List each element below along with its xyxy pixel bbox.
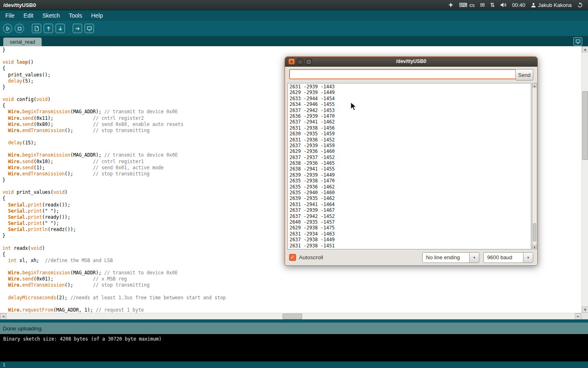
- serial-controls: Autoscroll No line ending ▾ 9600 baud ▾: [289, 252, 533, 263]
- serial-vscroll-thumb[interactable]: [533, 223, 536, 241]
- code-line: delayMicroseconds(2); //needs at least 1…: [2, 295, 226, 301]
- send-button[interactable]: Send: [515, 69, 533, 81]
- code-line: void config(void): [2, 96, 226, 103]
- save-button[interactable]: [56, 24, 65, 33]
- upload-button[interactable]: [73, 24, 82, 33]
- serial-output-line: 2631 -2939 -1443: [290, 84, 529, 90]
- serial-output-line: 2629 -2936 -1460: [290, 148, 529, 154]
- baud-rate-dropdown[interactable]: 9600 baud ▾: [483, 252, 533, 263]
- serial-output-line: 2637 -2939 -1459: [290, 143, 529, 148]
- user-menu[interactable]: Jakub Kakona: [531, 2, 572, 8]
- mail-icon[interactable]: ✉: [480, 2, 485, 8]
- scroll-left-icon[interactable]: ◄: [0, 313, 7, 320]
- scroll-right-icon[interactable]: ►: [575, 313, 581, 320]
- code-line: [2, 264, 226, 270]
- arrow-down-icon: [58, 26, 63, 31]
- serial-monitor-body: Send 2631 -2939 -14432629 -2939 -1449263…: [285, 66, 537, 266]
- keyboard-layout-label: cs: [470, 2, 475, 8]
- scroll-down-icon[interactable]: ▼: [582, 307, 588, 313]
- scroll-up-icon[interactable]: ▲: [532, 83, 537, 88]
- verify-button[interactable]: [3, 24, 12, 33]
- serial-output-line: 2640 -2935 -1457: [290, 219, 529, 225]
- serial-monitor-titlebar[interactable]: /dev/ttyUSB0 × – □: [285, 57, 537, 67]
- keyboard-icon: ⌨: [459, 2, 467, 8]
- serial-monitor-button[interactable]: [85, 24, 94, 33]
- code-line: Wire.send(0x01); // x MSB reg: [2, 276, 226, 282]
- open-button[interactable]: [44, 24, 53, 33]
- code-line: Serial.println(readz());: [2, 227, 226, 233]
- serial-output-line: 2634 -2946 -1455: [290, 101, 529, 107]
- bluetooth-icon[interactable]: [448, 2, 454, 8]
- code-line: int xl, xh; //define the MSB and LSB: [2, 258, 226, 264]
- code-line: [2, 288, 226, 294]
- editor-vscroll-thumb[interactable]: [582, 91, 588, 160]
- user-icon: [531, 2, 536, 8]
- serial-output-line: 2635 -2936 -1462: [290, 184, 529, 190]
- maximize-icon[interactable]: □: [305, 58, 312, 65]
- scroll-down-icon[interactable]: ▼: [532, 245, 537, 249]
- serial-output-line: 2638 -2936 -1465: [290, 160, 529, 166]
- serial-send-input[interactable]: [289, 69, 516, 79]
- code-line: {: [2, 195, 226, 202]
- tab-menu-button[interactable]: [573, 37, 582, 46]
- code-lines: } void loop(){ print_values(); delay(5);…: [2, 47, 226, 313]
- clock[interactable]: 00:40: [512, 2, 526, 8]
- tab-serial-read[interactable]: serial_read: [3, 38, 42, 46]
- serial-output-line: 2637 -2939 -1467: [290, 207, 529, 213]
- console-line: Binary sketch size: 4208 bytes (of a 307…: [3, 336, 162, 342]
- close-icon[interactable]: ×: [288, 58, 295, 65]
- minimize-icon[interactable]: –: [297, 58, 303, 65]
- serial-output-line: 2636 -2939 -1470: [290, 113, 529, 119]
- serial-output-line: 2637 -2938 -1449: [290, 237, 529, 242]
- code-line: Wire.beginTransmission(MAG_ADDR); // tra…: [2, 109, 226, 115]
- code-line: Wire.send(0x11); // cntrl register2: [2, 115, 226, 121]
- line-ending-dropdown[interactable]: No line ending ▾: [422, 252, 479, 263]
- code-line: [2, 90, 226, 96]
- code-line: Wire.beginTransmission(MAG_ADDR); // tra…: [2, 152, 226, 158]
- code-line: delay(15);: [2, 140, 226, 146]
- arrow-right-icon: [75, 26, 80, 31]
- status-message: Done uploading.: [3, 325, 43, 332]
- serial-output-line: 2635 -2938 -1470: [290, 178, 529, 184]
- serial-output-line: 2631 -2938 -1456: [290, 125, 529, 131]
- autoscroll-checkbox[interactable]: [289, 254, 296, 261]
- code-line: {: [2, 103, 226, 109]
- menu-help[interactable]: Help: [87, 11, 107, 20]
- arduino-ide-screen: /dev/ttyUSB0 ⌨ cs ✉ ⇅ 00:40 Jakub Kakona: [0, 0, 588, 368]
- editor-hscrollbar[interactable]: ◄ ►: [0, 313, 581, 319]
- volume-icon[interactable]: [500, 2, 507, 8]
- serial-output-line: 2630 -2935 -1459: [290, 131, 529, 137]
- serial-output-line: 2637 -2942 -1453: [290, 108, 529, 113]
- code-line: {: [2, 251, 226, 258]
- new-sketch-button[interactable]: [32, 24, 41, 33]
- network-sync-icon[interactable]: ⇅: [490, 2, 495, 8]
- editor-vscrollbar[interactable]: ▲ ▼: [581, 46, 588, 313]
- menu-sketch[interactable]: Sketch: [38, 11, 65, 20]
- menu-tools[interactable]: Tools: [65, 11, 87, 20]
- scroll-up-icon[interactable]: ▲: [582, 46, 588, 52]
- stop-button[interactable]: [15, 24, 24, 33]
- serial-output-line: 2637 -2937 -1452: [290, 155, 529, 160]
- serial-output-line: 2631 -2934 -1463: [290, 231, 529, 237]
- code-line: Wire.requestFrom(MAG_ADDR, 1); // reques…: [2, 307, 226, 313]
- username-label: Jakub Kakona: [538, 2, 572, 8]
- window-buttons: × – □: [288, 58, 312, 65]
- panel-indicators: ⌨ cs ✉ ⇅ 00:40 Jakub Kakona: [448, 2, 588, 8]
- console-output: Binary sketch size: 4208 bytes (of a 307…: [0, 334, 588, 361]
- menu-edit[interactable]: Edit: [19, 11, 38, 20]
- serial-output-line: 2629 -2939 -1449: [290, 90, 529, 95]
- code-line: }: [2, 177, 226, 183]
- line-number-indicator: 1: [3, 362, 5, 367]
- toolbar: [0, 21, 588, 36]
- keyboard-indicator[interactable]: ⌨ cs: [459, 2, 474, 8]
- serial-vscrollbar[interactable]: ▲ ▼: [532, 83, 537, 249]
- editor-hscroll-thumb[interactable]: [283, 314, 302, 319]
- new-file-icon: [34, 26, 40, 31]
- baud-rate-value: 9600 baud: [484, 253, 523, 263]
- code-line: [2, 134, 226, 140]
- code-line: [2, 146, 226, 152]
- menu-file[interactable]: File: [1, 11, 19, 20]
- code-line: Wire.send(0x10); // cntrl register1: [2, 159, 226, 165]
- power-icon[interactable]: [577, 2, 583, 8]
- code-line: Wire.endTransmission(); // stop transmit…: [2, 171, 226, 177]
